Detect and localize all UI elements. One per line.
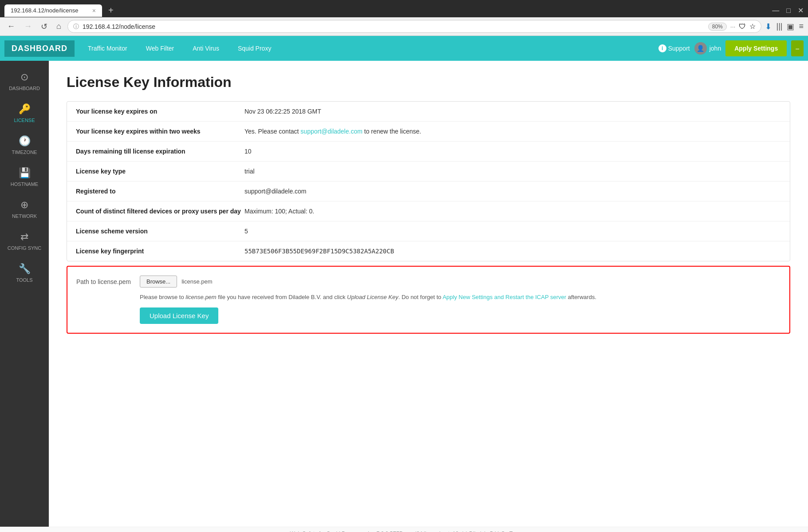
license-registered-label: Registered to [76, 188, 244, 195]
license-row-days: Days remaining till license expiration 1… [67, 142, 790, 162]
user-section[interactable]: 👤 john [694, 42, 721, 55]
license-type-value: trial [244, 168, 781, 175]
nav-squid-proxy[interactable]: Squid Proxy [229, 37, 280, 60]
sidebar-item-license[interactable]: 🔑 LICENSE [0, 97, 49, 129]
license-row-fingerprint: License key fingerprint 55B73E506F3B55DE… [67, 241, 790, 261]
sidebar-item-tools[interactable]: 🔧 TOOLS [0, 257, 49, 289]
sidebar-item-network[interactable]: ⊕ NETWORK [0, 193, 49, 225]
content-area: License Key Information Your license key… [49, 61, 808, 527]
app-nav-right: i Support 👤 john Apply Settings – [658, 40, 804, 56]
upload-license-key-button[interactable]: Upload License Key [140, 307, 218, 324]
license-days-label: Days remaining till license expiration [76, 148, 244, 155]
back-button[interactable]: ← [4, 21, 18, 32]
nav-anti-virus[interactable]: Anti Virus [184, 37, 228, 60]
sidebar-label-timezone: TIMEZONE [12, 150, 37, 155]
license-expiry-value: Nov 23 06:22:25 2018 GMT [244, 108, 781, 115]
tab-bar: 192.168.4.12/node/license × + — □ ✕ [4, 4, 804, 17]
books-icon[interactable]: ||| [776, 22, 782, 31]
upload-help-text: Please browse to license.pem file you ha… [140, 293, 780, 302]
license-fingerprint-value: 55B73E506F3B55DE969F2BF15D9C5382A5A220CB [244, 248, 781, 255]
sidebar-item-config-sync[interactable]: ⇄ CONFIG SYNC [0, 225, 49, 257]
user-avatar: 👤 [694, 42, 707, 55]
tab-title: 192.168.4.12/node/license [11, 7, 79, 14]
user-name: john [709, 45, 721, 52]
browse-button[interactable]: Browse... [140, 276, 177, 288]
new-tab-button[interactable]: + [104, 4, 118, 17]
upload-inner: Browse... license.pem Please browse to l… [140, 276, 780, 324]
bookmark-icon[interactable]: ☆ [749, 22, 756, 31]
license-scheme-value: 5 [244, 228, 781, 235]
help-afterwards: afterwards. [566, 294, 596, 300]
license-row-registered: Registered to support@diladele.com [67, 181, 790, 201]
help-italic-1: license.pem [185, 294, 216, 300]
license-two-weeks-label: Your license key expires within two week… [76, 128, 244, 135]
tools-icon: 🔧 [19, 263, 31, 275]
help-after: . Do not forget to [398, 294, 443, 300]
zoom-level[interactable]: 80% [708, 23, 727, 31]
layout-icon[interactable]: ▣ [787, 22, 794, 32]
config-sync-icon: ⇄ [20, 231, 28, 243]
license-row-count: Count of distinct filtered devices or pr… [67, 201, 790, 221]
sidebar-label-tools: TOOLS [16, 277, 32, 283]
tab-close-button[interactable]: × [92, 7, 96, 14]
sidebar-label-network: NETWORK [12, 213, 37, 219]
sidebar-item-hostname[interactable]: 💾 HOSTNAME [0, 161, 49, 193]
license-type-label: License key type [76, 168, 244, 175]
address-bar-wrapper: ⓘ 80% ··· 🛡 ☆ [67, 20, 762, 33]
shield-icon: 🛡 [739, 23, 746, 31]
two-weeks-suffix: to renew the license. [363, 128, 421, 135]
support-email-link[interactable]: support@diladele.com [300, 128, 363, 135]
file-input-row: Browse... license.pem [140, 276, 780, 288]
restore-button[interactable]: □ [786, 7, 791, 15]
page-title: License Key Information [67, 74, 790, 91]
forward-button[interactable]: → [21, 21, 35, 32]
sidebar-label-license: LICENSE [14, 118, 35, 123]
license-days-value: 10 [244, 148, 781, 155]
license-row-expiry: Your license key expires on Nov 23 06:22… [67, 102, 790, 122]
info-icon: ⓘ [73, 23, 79, 31]
sidebar: ⊙ DASHBOARD 🔑 LICENSE 🕐 TIMEZONE 💾 HOSTN… [0, 61, 49, 527]
active-tab: 192.168.4.12/node/license × [4, 4, 102, 17]
timezone-icon: 🕐 [19, 135, 31, 147]
license-row-scheme: License scheme version 5 [67, 221, 790, 241]
download-icon[interactable]: ⬇ [765, 22, 772, 32]
nav-web-filter[interactable]: Web Filter [137, 37, 183, 60]
apply-restart-link[interactable]: Apply New Settings and Restart the ICAP … [442, 294, 566, 300]
sidebar-label-hostname: HOSTNAME [11, 181, 38, 187]
close-button[interactable]: ✕ [798, 6, 804, 15]
menu-icon[interactable]: ≡ [799, 22, 804, 31]
license-row-two-weeks: Your license key expires within two week… [67, 122, 790, 142]
license-row-type: License key type trial [67, 162, 790, 181]
more-button[interactable]: ··· [730, 23, 736, 30]
footer: Web Safety for Squid Proxy, version 7.0.… [0, 527, 808, 532]
license-two-weeks-value: Yes. Please contact support@diladele.com… [244, 128, 781, 135]
two-weeks-prefix: Yes. Please contact [244, 128, 300, 135]
license-icon: 🔑 [19, 103, 31, 115]
main-layout: ⊙ DASHBOARD 🔑 LICENSE 🕐 TIMEZONE 💾 HOSTN… [0, 61, 808, 527]
upload-section: Path to license.pem Browse... license.pe… [67, 266, 790, 334]
license-expiry-label: Your license key expires on [76, 108, 244, 115]
dashboard-icon: ⊙ [20, 71, 28, 83]
sidebar-item-dashboard[interactable]: ⊙ DASHBOARD [0, 65, 49, 97]
license-registered-value: support@diladele.com [244, 188, 781, 195]
address-input[interactable] [83, 23, 705, 30]
sidebar-label-dashboard: DASHBOARD [9, 86, 40, 91]
support-info-icon: i [658, 44, 666, 52]
help-italic-2: Upload License Key [347, 294, 398, 300]
apply-settings-button[interactable]: Apply Settings [725, 40, 787, 56]
network-icon: ⊕ [20, 199, 28, 211]
home-button[interactable]: ⌂ [54, 21, 64, 32]
license-info-card: Your license key expires on Nov 23 06:22… [67, 101, 790, 261]
license-count-label: Count of distinct filtered devices or pr… [76, 208, 244, 215]
minimize-button[interactable]: — [772, 7, 779, 15]
user-avatar-icon: 👤 [697, 45, 704, 52]
toolbar-actions: ⬇ ||| ▣ ≡ [765, 22, 804, 32]
reload-button[interactable]: ↺ [38, 21, 50, 32]
support-button[interactable]: i Support [658, 44, 690, 52]
apply-settings-minus-button[interactable]: – [791, 40, 804, 56]
license-fingerprint-label: License key fingerprint [76, 248, 244, 255]
upload-path-label: Path to license.pem [76, 278, 131, 285]
support-label: Support [668, 45, 690, 52]
sidebar-item-timezone[interactable]: 🕐 TIMEZONE [0, 129, 49, 161]
nav-traffic-monitor[interactable]: Traffic Monitor [79, 37, 136, 60]
